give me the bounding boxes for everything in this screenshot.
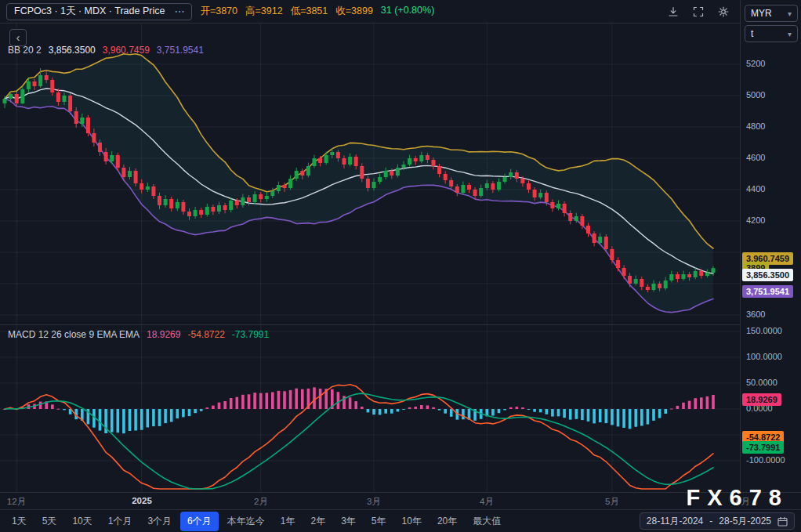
time-axis-label: 3月 bbox=[367, 496, 381, 508]
pane-separator[interactable] bbox=[0, 324, 740, 325]
fullscreen-icon bbox=[693, 6, 704, 17]
range-button-5年[interactable]: 5年 bbox=[364, 512, 393, 531]
time-axis-label: 2月 bbox=[254, 496, 268, 508]
ohlc-readout: 开=3870 高=3912 低=3851 收=3899 31 (+0.80%) bbox=[200, 5, 434, 18]
ohlc-close: 收=3899 bbox=[335, 5, 373, 18]
price-axis-label: 5200 bbox=[746, 59, 765, 68]
currency-select[interactable]: MYR ▾ bbox=[745, 5, 798, 22]
macd-signal-value: -73.7991 bbox=[232, 329, 269, 340]
watermark: FX678 bbox=[687, 485, 788, 511]
range-button-1天[interactable]: 1天 bbox=[5, 512, 34, 531]
currency-value: MYR bbox=[751, 8, 772, 19]
price-tag: 3,856.3500 bbox=[742, 269, 793, 281]
bb-upper-value: 3,960.7459 bbox=[103, 45, 150, 56]
download-icon bbox=[668, 6, 679, 17]
topbar: FCPOc3 · 1天 · MDX · Trade Price ⋯ 开=3870… bbox=[0, 0, 740, 24]
range-button-3年[interactable]: 3年 bbox=[334, 512, 363, 531]
date-from: 28-11月-2024 bbox=[647, 515, 704, 528]
macd-legend[interactable]: MACD 12 26 close 9 EMA EMA 18.9269 -54.8… bbox=[8, 329, 269, 340]
range-button-2年[interactable]: 2年 bbox=[303, 512, 332, 531]
unit-select[interactable]: t ▾ bbox=[745, 25, 798, 42]
price-axis-label: 4200 bbox=[746, 215, 765, 225]
macd-axis-label: 50.0000 bbox=[746, 378, 777, 387]
time-axis[interactable]: 12月20252月3月4月5月6月 bbox=[0, 492, 801, 509]
range-button-10天[interactable]: 10天 bbox=[65, 512, 99, 531]
range-button-6个月[interactable]: 6个月 bbox=[180, 512, 219, 531]
time-axis-label: 2025 bbox=[132, 496, 152, 505]
more-options-button[interactable]: ⋯ bbox=[174, 5, 184, 17]
ohlc-open: 开=3870 bbox=[200, 5, 237, 18]
gear-icon bbox=[718, 6, 729, 17]
download-button[interactable] bbox=[665, 3, 682, 20]
unit-value: t bbox=[751, 28, 753, 39]
price-axis-label: 4800 bbox=[746, 121, 765, 131]
back-button[interactable]: ‹ bbox=[9, 29, 27, 46]
time-axis-label: 4月 bbox=[480, 496, 494, 508]
date-range-picker[interactable]: 28-11月-2024 - 28-5月-2025 bbox=[640, 512, 795, 530]
range-button-1年[interactable]: 1年 bbox=[274, 512, 303, 531]
date-to: 28-5月-2025 bbox=[719, 515, 771, 528]
range-buttons: 1天5天10天1个月3个月6个月本年迄今1年2年3年5年10年20年最大值 bbox=[5, 512, 508, 531]
macd-value-tag: -73.7991 bbox=[742, 441, 784, 454]
price-axis-label: 4400 bbox=[746, 184, 765, 194]
settings-gear-button[interactable] bbox=[715, 3, 732, 20]
bottom-toolbar: 1天5天10天1个月3个月6个月本年迄今1年2年3年5年10年20年最大值 28… bbox=[0, 509, 801, 532]
date-separator: - bbox=[709, 516, 712, 527]
price-tag: 3,751.9541 bbox=[742, 285, 793, 298]
chevron-down-icon: ▾ bbox=[788, 30, 792, 38]
bb-lower-value: 3,751.9541 bbox=[157, 45, 204, 56]
price-axis-label: 4600 bbox=[746, 153, 765, 162]
macd-value-tag: 18.9269 bbox=[742, 393, 781, 406]
topbar-icons bbox=[665, 3, 734, 20]
price-axis-label: 5000 bbox=[746, 90, 765, 100]
symbol-title: FCPOc3 · 1天 · MDX · Trade Price bbox=[14, 5, 165, 18]
chevron-down-icon: ▾ bbox=[788, 9, 792, 18]
range-button-5天[interactable]: 5天 bbox=[35, 512, 64, 531]
macd-legend-title: MACD 12 26 close 9 EMA EMA bbox=[8, 329, 140, 340]
ohlc-low: 低=3851 bbox=[291, 5, 328, 18]
chart-canvas[interactable] bbox=[0, 0, 740, 492]
ohlc-high: 高=3912 bbox=[245, 5, 283, 18]
time-axis-label: 12月 bbox=[7, 496, 26, 508]
range-button-最大值[interactable]: 最大值 bbox=[466, 512, 508, 531]
macd-line-value: -54.8722 bbox=[187, 329, 224, 340]
range-button-1个月[interactable]: 1个月 bbox=[101, 512, 140, 531]
time-axis-label: 5月 bbox=[605, 496, 619, 508]
price-axis-label: 3600 bbox=[746, 309, 765, 319]
range-button-10年[interactable]: 10年 bbox=[395, 512, 429, 531]
symbol-summary[interactable]: FCPOc3 · 1天 · MDX · Trade Price ⋯ bbox=[6, 3, 192, 20]
bb-legend-title: BB 20 2 bbox=[8, 45, 42, 56]
macd-hist-value: 18.9269 bbox=[147, 329, 180, 340]
ohlc-change: 31 (+0.80%) bbox=[381, 5, 434, 18]
range-button-20年[interactable]: 20年 bbox=[430, 512, 464, 531]
macd-axis-label: -100.0000 bbox=[746, 455, 785, 465]
macd-axis-label: 150.0000 bbox=[746, 326, 782, 335]
bb-basis-value: 3,856.3500 bbox=[49, 45, 96, 56]
price-axis[interactable]: MYR ▾ t ▾ 520050004800460044004200360015… bbox=[740, 0, 801, 492]
trading-chart-app: FCPOc3 · 1天 · MDX · Trade Price ⋯ 开=3870… bbox=[0, 0, 801, 532]
range-button-本年迄今[interactable]: 本年迄今 bbox=[220, 512, 272, 531]
fullscreen-button[interactable] bbox=[690, 3, 707, 20]
macd-axis-label: 100.0000 bbox=[746, 352, 782, 361]
calendar-icon bbox=[777, 516, 788, 527]
range-button-3个月[interactable]: 3个月 bbox=[140, 512, 179, 531]
bb-legend[interactable]: BB 20 2 3,856.3500 3,960.7459 3,751.9541 bbox=[8, 45, 204, 56]
